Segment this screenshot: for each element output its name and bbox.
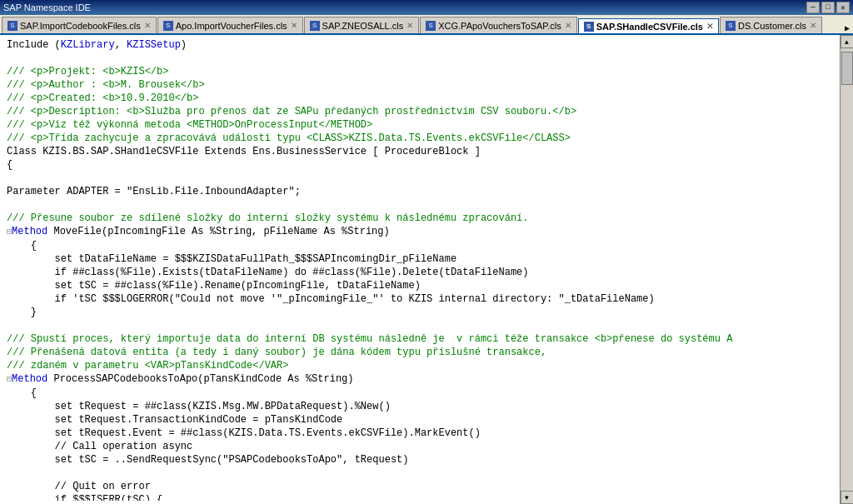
tab-close-icon[interactable]: ✕ — [407, 21, 413, 30]
titlebar-controls[interactable]: ─ □ ✕ — [806, 2, 850, 13]
tab-icon: S — [163, 21, 173, 31]
tab-label: SAP.ZNEOSALL.cls — [322, 21, 404, 31]
tab-zneosall[interactable]: S SAP.ZNEOSALL.cls ✕ — [304, 17, 420, 33]
close-button[interactable]: ✕ — [836, 2, 850, 13]
tab-icon: S — [7, 21, 17, 31]
tab-close-icon[interactable]: ✕ — [291, 21, 297, 30]
tab-icon: S — [310, 21, 320, 31]
tab-label: Apo.ImportVoucherFiles.cls — [176, 21, 287, 31]
editor-container: Include (KZLibrary, KZISSetup) /// <p>Pr… — [0, 35, 853, 504]
titlebar-title: SAP Namespace IDE — [3, 2, 91, 12]
scroll-down-button[interactable]: ▼ — [841, 491, 854, 504]
tab-scroll-right[interactable]: ▶ — [841, 23, 853, 33]
tab-icon: S — [584, 22, 594, 32]
titlebar: SAP Namespace IDE ─ □ ✕ — [0, 0, 853, 15]
tab-label: SAP.ImportCodebookFiles.cls — [20, 21, 141, 31]
scroll-thumb[interactable] — [841, 52, 853, 85]
scrollbar-vertical[interactable]: ▲ ▼ — [840, 35, 853, 504]
tab-icon: S — [726, 21, 736, 31]
tab-icon: S — [426, 21, 436, 31]
editor-content[interactable]: Include (KZLibrary, KZISSetup) /// <p>Pr… — [0, 35, 840, 504]
tab-label: DS.Customer.cls — [738, 21, 806, 31]
tab-import-voucher[interactable]: S Apo.ImportVoucherFiles.cls ✕ — [157, 17, 303, 33]
scroll-up-button[interactable]: ▲ — [841, 35, 854, 48]
tab-close-icon[interactable]: ✕ — [144, 21, 151, 30]
tab-close-icon[interactable]: ✕ — [565, 21, 571, 30]
tab-vouchers-sap[interactable]: S XCG.PApoVouchersToSAP.cls ✕ — [420, 17, 577, 33]
scroll-track[interactable] — [841, 48, 854, 491]
tab-customer[interactable]: S DS.Customer.cls ✕ — [720, 17, 822, 33]
tab-close-icon[interactable]: ✕ — [810, 21, 816, 30]
tab-close-icon[interactable]: ✕ — [706, 22, 713, 31]
minimize-button[interactable]: ─ — [806, 2, 820, 13]
code-area: Include (KZLibrary, KZISSetup) /// <p>Pr… — [7, 38, 833, 501]
maximize-button[interactable]: □ — [821, 2, 835, 13]
tab-label: SAP.SHandleCSVFile.cls — [596, 22, 703, 32]
tabbar: S SAP.ImportCodebookFiles.cls ✕ S Apo.Im… — [0, 15, 853, 35]
tab-label: XCG.PApoVouchersToSAP.cls — [438, 21, 561, 31]
tab-import-codebook[interactable]: S SAP.ImportCodebookFiles.cls ✕ — [2, 17, 157, 33]
tab-handle-csv[interactable]: S SAP.SHandleCSVFile.cls ✕ — [578, 18, 719, 35]
